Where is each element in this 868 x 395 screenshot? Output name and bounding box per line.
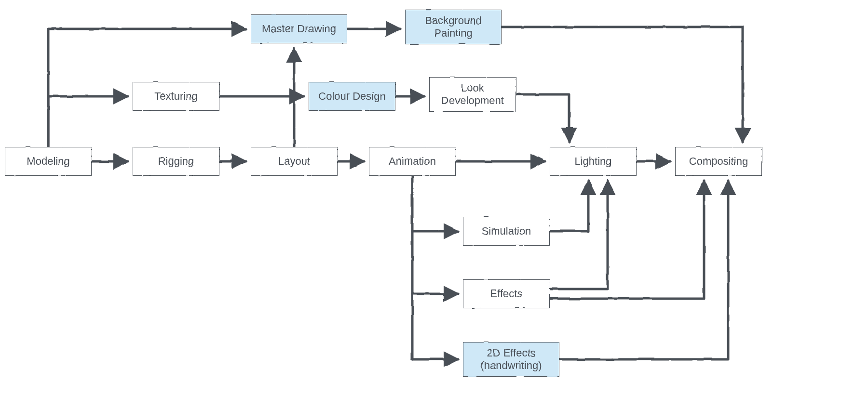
node-label: Colour Design [318,90,385,103]
node-look-development: Look Development [429,77,516,112]
node-label: Simulation [482,225,531,237]
diagram-canvas: Modeling Rigging Layout Animation Lighti… [0,0,868,395]
edge-bg-painting-to-compositing [502,27,743,142]
node-label: Effects [490,288,523,300]
edges-layer [0,0,868,395]
node-effects: Effects [463,279,550,308]
node-label: Master Drawing [262,23,336,35]
edge-simulation-to-lighting [550,181,588,231]
edge-modeling-to-texturing [48,96,128,147]
node-label: Layout [278,155,310,168]
node-label: Lighting [574,155,611,168]
node-label: 2D Effects (handwriting) [480,347,542,372]
node-label: Look Development [441,82,504,107]
node-2d-effects: 2D Effects (handwriting) [463,342,559,377]
edge-2d-effects-to-compositing [559,181,728,359]
node-label: Background Painting [425,14,481,40]
node-master-drawing: Master Drawing [251,14,347,43]
node-label: Modeling [27,155,69,168]
node-lighting: Lighting [550,147,637,176]
node-label: Animation [389,155,436,168]
edge-effects-to-compositing [550,181,704,299]
node-animation: Animation [369,147,456,176]
node-label: Compositing [689,155,748,168]
node-label: Texturing [154,90,197,103]
node-background-painting: Background Painting [405,10,502,44]
node-compositing: Compositing [675,147,762,176]
node-texturing: Texturing [133,82,219,111]
node-label: Rigging [158,155,194,168]
node-modeling: Modeling [5,147,92,176]
node-layout: Layout [251,147,338,176]
edge-look-dev-to-lighting [516,94,569,142]
node-simulation: Simulation [463,217,550,246]
node-colour-design: Colour Design [309,82,395,111]
edge-effects-to-lighting [550,181,608,289]
node-rigging: Rigging [133,147,219,176]
